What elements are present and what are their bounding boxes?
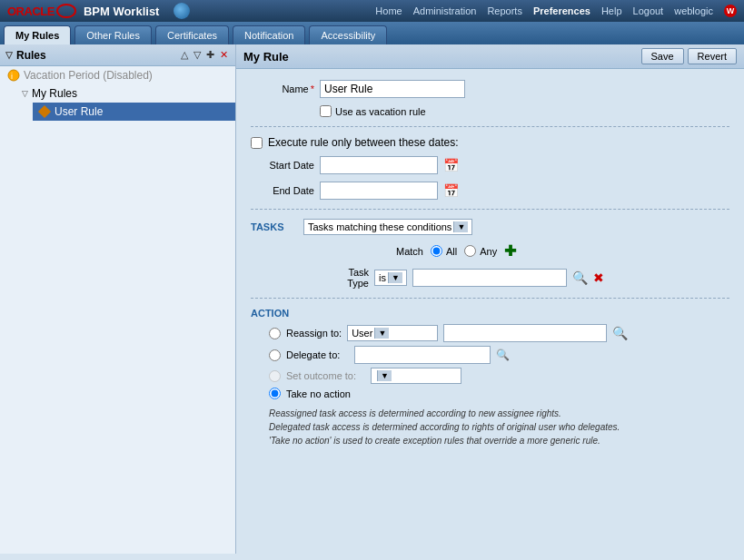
set-outcome-row: Set outcome to: ▼ — [269, 368, 729, 384]
nav-preferences[interactable]: Preferences — [533, 5, 590, 16]
end-date-calendar-btn[interactable]: 📅 — [443, 183, 459, 198]
info-text-3: 'Take no action' is used to create excep… — [269, 434, 729, 447]
delegate-value-input[interactable] — [354, 346, 491, 364]
rules-header: ▽ Rules △ ▽ ✚ ✕ — [0, 44, 235, 66]
tab-notification[interactable]: Notification — [233, 25, 305, 44]
reassign-radio[interactable] — [269, 328, 281, 339]
nav-home[interactable]: Home — [375, 5, 402, 16]
panel-header: My Rule Save Revert — [236, 44, 744, 69]
nav-weblogic[interactable]: weblogic — [674, 5, 713, 16]
move-down-button[interactable]: ▽ — [192, 48, 203, 62]
reassign-label: Reassign to: — [286, 328, 342, 339]
reassign-search-btn[interactable]: 🔍 — [612, 326, 628, 340]
user-rule-label: User Rule — [55, 105, 103, 118]
end-date-label: End Date — [251, 185, 314, 196]
delegate-radio[interactable] — [269, 349, 281, 361]
vacation-checkbox-row: Use as vacation rule — [320, 105, 729, 117]
svg-text:i: i — [11, 72, 13, 81]
tasks-row: TASKS Tasks matching these conditions ▼ — [251, 219, 729, 235]
set-outcome-radio[interactable] — [269, 370, 281, 382]
is-dropdown[interactable]: is ▼ — [374, 270, 407, 286]
user-rule-item[interactable]: User Rule — [33, 103, 235, 121]
rules-controls: △ ▽ ✚ ✕ — [179, 48, 230, 62]
vacation-period-item[interactable]: i Vacation Period (Disabled) — [0, 66, 235, 84]
info-text-1: Reassigned task access is determined acc… — [269, 407, 729, 420]
rules-tree: i Vacation Period (Disabled) ▽ My Rules … — [0, 66, 235, 121]
vacation-icon: i — [7, 69, 20, 82]
left-panel: ▽ Rules △ ▽ ✚ ✕ i Vacation Period (Disab… — [0, 44, 236, 554]
match-label: Match — [396, 246, 423, 257]
task-type-label-top: Task — [348, 267, 369, 278]
action-rows: Reassign to: User ▼ 🔍 Delegate to: � — [251, 324, 729, 399]
tasks-dropdown-arrow[interactable]: ▼ — [453, 221, 468, 232]
required-star: * — [311, 84, 314, 94]
rule-diamond-icon — [38, 105, 51, 118]
nav-reports[interactable]: Reports — [487, 5, 522, 16]
panel-btn-group: Save Revert — [641, 48, 737, 64]
bpm-title: BPM Worklist — [84, 5, 160, 18]
move-up-button[interactable]: △ — [179, 48, 190, 62]
any-label: Any — [480, 246, 497, 257]
nav-help[interactable]: Help — [601, 5, 622, 16]
action-label: ACTION — [251, 308, 729, 319]
oracle-icon — [56, 4, 76, 18]
task-type-delete-btn[interactable]: ✖ — [593, 270, 604, 285]
remove-rule-button[interactable]: ✕ — [218, 48, 230, 62]
start-date-input[interactable] — [320, 156, 438, 174]
vacation-label: Use as vacation rule — [335, 106, 426, 117]
take-no-action-radio[interactable] — [269, 388, 281, 399]
tabs-row: My Rules Other Rules Certificates Notifi… — [0, 22, 744, 44]
add-rule-button[interactable]: ✚ — [204, 48, 216, 62]
is-dropdown-arrow[interactable]: ▼ — [388, 272, 402, 283]
all-radio-group: All — [431, 245, 457, 257]
tab-other-rules[interactable]: Other Rules — [74, 25, 152, 44]
condition-row: Task Type is ▼ 🔍 ✖ — [251, 267, 729, 289]
tasks-dropdown[interactable]: Tasks matching these conditions ▼ — [303, 219, 472, 235]
my-rules-item[interactable]: ▽ My Rules — [15, 84, 235, 103]
tab-my-rules[interactable]: My Rules — [4, 25, 71, 44]
start-date-label: Start Date — [251, 160, 314, 171]
name-input[interactable] — [320, 80, 465, 98]
nav-logout[interactable]: Logout — [633, 5, 664, 16]
divider-3 — [251, 298, 729, 299]
rules-title: ▽ Rules — [5, 49, 46, 62]
execute-checkbox[interactable] — [251, 137, 263, 149]
any-radio-group: Any — [464, 245, 497, 257]
add-condition-button[interactable]: ✚ — [504, 242, 516, 260]
task-type-search-btn[interactable]: 🔍 — [572, 270, 588, 285]
end-date-input[interactable] — [320, 182, 438, 200]
tab-certificates[interactable]: Certificates — [155, 25, 229, 44]
vacation-checkbox[interactable] — [320, 105, 332, 117]
all-label: All — [446, 246, 457, 257]
panel-title: My Rule — [243, 50, 289, 64]
all-radio[interactable] — [431, 245, 442, 257]
reassign-row: Reassign to: User ▼ 🔍 — [269, 324, 729, 342]
oracle-text: ORACLE — [7, 5, 55, 18]
my-rules-chevron: ▽ — [22, 89, 28, 98]
revert-button[interactable]: Revert — [688, 48, 737, 64]
start-date-calendar-btn[interactable]: 📅 — [443, 158, 459, 172]
outcome-dropdown[interactable]: ▼ — [371, 368, 461, 384]
save-button[interactable]: Save — [641, 48, 684, 64]
user-option-label: User — [352, 328, 372, 339]
execute-row: Execute rule only between these dates: — [251, 136, 729, 149]
collapse-icon[interactable]: ▽ — [5, 50, 13, 60]
end-date-row: End Date 📅 — [251, 182, 729, 200]
outcome-arrow[interactable]: ▼ — [377, 370, 392, 381]
delegate-search-btn[interactable]: 🔍 — [496, 349, 510, 361]
divider-2 — [251, 209, 729, 210]
rules-header-label: Rules — [16, 49, 46, 62]
reassign-value-input[interactable] — [443, 324, 607, 342]
nav-administration[interactable]: Administration — [413, 5, 477, 16]
right-panel: My Rule Save Revert Name* Use as vacatio… — [236, 44, 744, 554]
my-rules-folder: ▽ My Rules User Rule — [0, 84, 235, 121]
user-type-dropdown[interactable]: User ▼ — [347, 325, 438, 341]
tab-accessibility[interactable]: Accessibility — [309, 25, 387, 44]
name-row: Name* — [251, 80, 729, 98]
user-type-arrow[interactable]: ▼ — [374, 328, 389, 339]
task-type-value-input[interactable] — [412, 269, 567, 287]
my-rules-children: User Rule — [15, 103, 235, 121]
info-text-area: Reassigned task access is determined acc… — [251, 407, 729, 447]
any-radio[interactable] — [464, 245, 476, 257]
vacation-period-label: Vacation Period (Disabled) — [24, 69, 153, 82]
